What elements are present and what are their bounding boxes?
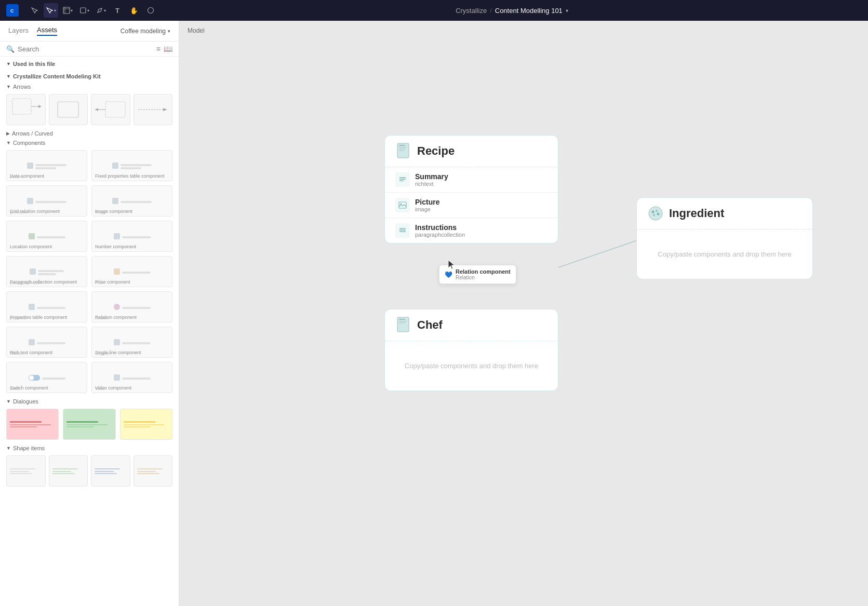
- component-relation[interactable]: Relation component Relation: [91, 291, 172, 322]
- svg-rect-5: [81, 8, 86, 13]
- svg-rect-37: [399, 321, 407, 322]
- ingredient-title: Ingredient: [669, 207, 724, 220]
- chef-card[interactable]: Chef Copy/paste components and drop them…: [384, 309, 558, 391]
- tooltip-icon: 💙: [445, 271, 452, 278]
- project-name[interactable]: Content Modelling 101: [495, 7, 563, 15]
- subsection-dialogues[interactable]: ▼ Dialogues: [0, 396, 179, 406]
- component-richtext[interactable]: Rich text component richtext: [6, 327, 87, 358]
- ingredient-card-header: Ingredient: [637, 198, 812, 230]
- chef-card-header: Chef: [385, 309, 558, 341]
- svg-point-6: [148, 8, 154, 14]
- component-fixed-properties[interactable]: Fixed properties table component: [91, 150, 172, 181]
- ingredient-card[interactable]: Ingredient Copy/paste components and dro…: [636, 197, 813, 279]
- dialogues-grid: [0, 406, 179, 443]
- select-tool[interactable]: [27, 3, 42, 18]
- shape-item-2[interactable]: [49, 455, 88, 487]
- svg-marker-9: [38, 105, 42, 108]
- components-grid: Date component datetime Fixed properties…: [0, 147, 179, 396]
- search-input[interactable]: [18, 45, 153, 53]
- move-tool[interactable]: ▾: [44, 3, 58, 18]
- dialogue-red[interactable]: [6, 409, 59, 440]
- shape-tool[interactable]: ▾: [77, 3, 91, 18]
- field-summary-name: Summary: [415, 172, 448, 181]
- field-instructions-name: Instructions: [415, 223, 465, 232]
- section-crystallize-kit[interactable]: ▼ Crystallize Content Modeling Kit: [0, 69, 179, 82]
- component-paragraph[interactable]: Paragraph collection component paragraph…: [6, 256, 87, 287]
- svg-rect-25: [399, 202, 406, 208]
- component-price[interactable]: Price component Price: [91, 256, 172, 287]
- panel-content: ▼ Used in this file ▼ Crystallize Conten…: [0, 57, 179, 606]
- shape-item-3[interactable]: [91, 455, 130, 487]
- shape-item-4[interactable]: [133, 455, 173, 487]
- subsection-arrows-curved[interactable]: ▶ Arrows / Curved: [0, 128, 179, 138]
- search-bar: 🔍 ≡ 📖: [0, 42, 179, 57]
- svg-rect-11: [105, 102, 125, 117]
- dialogue-yellow[interactable]: [120, 409, 172, 440]
- text-tool[interactable]: T: [110, 3, 125, 18]
- tab-assets[interactable]: Assets: [37, 26, 57, 36]
- subsection-arrows[interactable]: ▼ Arrows: [0, 82, 179, 91]
- dialogue-green[interactable]: [63, 409, 115, 440]
- breadcrumb-separator: /: [490, 7, 492, 15]
- component-singleline[interactable]: Single line component singleline: [91, 327, 172, 358]
- arrow-item-1[interactable]: [6, 94, 46, 125]
- chef-icon: [395, 317, 412, 333]
- tab-layers[interactable]: Layers: [8, 26, 29, 35]
- subsection-components[interactable]: ▼ Components: [0, 138, 179, 147]
- svg-rect-21: [399, 150, 404, 151]
- arrow-item-2[interactable]: [49, 94, 88, 125]
- svg-rect-38: [399, 322, 405, 324]
- component-date[interactable]: Date component datetime: [6, 150, 87, 181]
- arrow-item-4[interactable]: [133, 94, 173, 125]
- svg-point-33: [657, 213, 660, 216]
- component-location[interactable]: Location component: [6, 221, 87, 252]
- field-instructions: Instructions paragraphcollection: [385, 218, 558, 243]
- component-grid-relation[interactable]: Grid relation component gridrelation: [6, 185, 87, 217]
- svg-marker-15: [163, 108, 167, 111]
- field-instructions-type: paragraphcollection: [415, 232, 465, 238]
- svg-marker-13: [95, 108, 98, 111]
- svg-rect-7: [12, 99, 31, 114]
- svg-rect-36: [399, 319, 405, 320]
- pen-tool[interactable]: ▾: [94, 3, 108, 18]
- breadcrumb: Crystallize / Content Modelling 101 ▾: [162, 7, 862, 15]
- app-name: Crystallize: [456, 7, 487, 15]
- asset-collection-name[interactable]: Coffee modeling ▾: [121, 28, 170, 35]
- field-picture-type: image: [415, 206, 439, 212]
- svg-rect-19: [399, 147, 407, 148]
- subsection-shape-items[interactable]: ▼ Shape items: [0, 443, 179, 452]
- component-number[interactable]: Number component: [91, 221, 172, 252]
- component-switch[interactable]: Switch component switch: [6, 362, 87, 393]
- component-video[interactable]: Video component Video: [91, 362, 172, 393]
- book-icon[interactable]: 📖: [164, 45, 172, 53]
- project-chevron[interactable]: ▾: [566, 8, 568, 14]
- left-panel: Layers Assets Coffee modeling ▾ 🔍 ≡ 📖 ▼ …: [0, 21, 179, 606]
- arrows-grid: [0, 91, 179, 128]
- svg-line-16: [558, 239, 642, 267]
- recipe-title: Recipe: [417, 144, 455, 158]
- search-icon: 🔍: [6, 45, 15, 53]
- arrow-item-3[interactable]: [91, 94, 130, 125]
- svg-rect-2: [63, 7, 70, 14]
- section-used-in-file[interactable]: ▼ Used in this file: [0, 57, 179, 69]
- svg-point-32: [656, 210, 658, 212]
- panel-tabs: Layers Assets Coffee modeling ▾: [0, 21, 179, 42]
- field-instructions-icon: [395, 223, 410, 238]
- field-picture: Picture image: [385, 193, 558, 218]
- field-summary-type: richtext: [415, 181, 448, 187]
- svg-text:C: C: [10, 8, 14, 14]
- app-logo[interactable]: C: [6, 4, 19, 17]
- svg-point-34: [653, 214, 655, 216]
- recipe-card[interactable]: Recipe Summary richtext: [384, 135, 558, 244]
- field-summary-icon: [395, 172, 410, 187]
- comment-tool[interactable]: [143, 3, 158, 18]
- component-properties-table[interactable]: Properties table component properties: [6, 291, 87, 322]
- frame-tool[interactable]: ▾: [60, 3, 75, 18]
- list-view-icon[interactable]: ≡: [156, 45, 161, 53]
- canvas[interactable]: Model Recipe: [179, 21, 868, 606]
- tooltip-relation-component: 💙 Relation component Relation: [439, 265, 516, 284]
- shape-item-1[interactable]: [6, 455, 46, 487]
- component-image[interactable]: Image component image: [91, 185, 172, 217]
- hand-tool[interactable]: ✋: [127, 3, 141, 18]
- recipe-fields: Summary richtext Picture: [385, 167, 558, 243]
